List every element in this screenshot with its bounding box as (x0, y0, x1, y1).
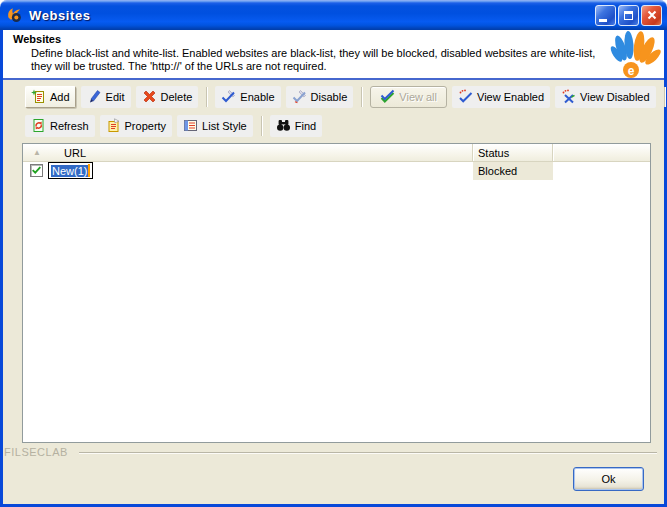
edit-label: Edit (106, 91, 125, 103)
enable-label: Enable (240, 91, 274, 103)
toolbar-main: Add Edit Delete En (3, 81, 664, 112)
property-label: Property (125, 120, 167, 132)
edit-icon (87, 89, 102, 104)
status-column-label: Status (478, 147, 509, 159)
refresh-icon (31, 118, 46, 133)
websites-list: ▲ URL Status New(1) B (22, 143, 651, 443)
disable-button[interactable]: Disable (286, 86, 354, 108)
toolbar-separator (261, 116, 262, 136)
filseclab-logo: e (608, 30, 662, 80)
toolbar-separator (361, 87, 362, 107)
property-button[interactable]: Property (100, 115, 173, 137)
page-description: Define black-list and white-list. Enable… (31, 47, 609, 73)
column-header-url[interactable]: URL (51, 144, 473, 161)
row-checkbox[interactable] (30, 164, 43, 177)
refresh-button[interactable]: Refresh (25, 115, 95, 137)
websites-window: Websites Websites Define black-list and … (0, 0, 667, 507)
url-edit-field[interactable]: New(1) (48, 162, 93, 179)
list-style-icon (183, 118, 198, 133)
header-panel: Websites Define black-list and white-lis… (3, 30, 664, 80)
add-button[interactable]: Add (25, 86, 76, 108)
window-title: Websites (29, 8, 91, 23)
list-style-button[interactable]: List Style (177, 115, 253, 137)
checkmark-icon (31, 165, 42, 176)
add-label: Add (50, 91, 70, 103)
find-button[interactable]: Find (270, 115, 322, 137)
delete-button[interactable]: Delete (136, 86, 199, 108)
toolbar-secondary: Refresh Property List Style (3, 112, 664, 139)
titlebar[interactable]: Websites (0, 0, 667, 30)
property-icon (106, 118, 121, 133)
toolbar-separator (206, 87, 207, 107)
view-all-button[interactable]: View all (370, 86, 447, 108)
view-disabled-label: View Disabled (580, 91, 650, 103)
toolbar-separator (664, 87, 665, 107)
filseclab-watermark: FILSECLAB (4, 446, 68, 458)
svg-text:e: e (628, 64, 635, 78)
minimize-button[interactable] (595, 5, 616, 26)
maximize-icon (624, 11, 633, 20)
find-icon (276, 118, 291, 133)
view-enabled-label: View Enabled (477, 91, 544, 103)
view-disabled-button[interactable]: View Disabled (555, 86, 656, 108)
disable-label: Disable (311, 91, 348, 103)
app-logo-icon (6, 6, 24, 24)
view-disabled-icon (561, 89, 576, 104)
column-header-status[interactable]: Status (473, 144, 553, 161)
url-column-label: URL (64, 147, 86, 159)
list-header: ▲ URL Status (23, 144, 650, 162)
minimize-icon (599, 19, 607, 22)
ok-button[interactable]: Ok (573, 467, 644, 491)
status-cell: Blocked (473, 162, 553, 180)
maximize-button[interactable] (618, 5, 639, 26)
column-header-checkbox[interactable]: ▲ (23, 144, 51, 161)
enable-button[interactable]: Enable (215, 86, 280, 108)
view-all-label: View all (399, 91, 437, 103)
refresh-label: Refresh (50, 120, 89, 132)
delete-icon (142, 89, 157, 104)
text-caret (88, 164, 90, 177)
disable-icon (292, 89, 307, 104)
window-body: Websites Define black-list and white-lis… (0, 30, 667, 507)
sort-ascending-icon: ▲ (33, 149, 41, 157)
close-icon (647, 10, 657, 20)
view-enabled-icon (458, 89, 473, 104)
enable-icon (221, 89, 236, 104)
view-all-icon (380, 89, 395, 104)
url-selected-text: New(1) (51, 165, 88, 177)
footer-divider (79, 452, 657, 454)
find-label: Find (295, 120, 316, 132)
page-title: Websites (13, 33, 61, 45)
table-row[interactable]: New(1) Blocked (23, 162, 650, 180)
view-enabled-button[interactable]: View Enabled (452, 86, 550, 108)
close-button[interactable] (641, 5, 662, 26)
list-style-label: List Style (202, 120, 247, 132)
add-icon (31, 89, 46, 104)
delete-label: Delete (161, 91, 193, 103)
edit-button[interactable]: Edit (81, 86, 131, 108)
